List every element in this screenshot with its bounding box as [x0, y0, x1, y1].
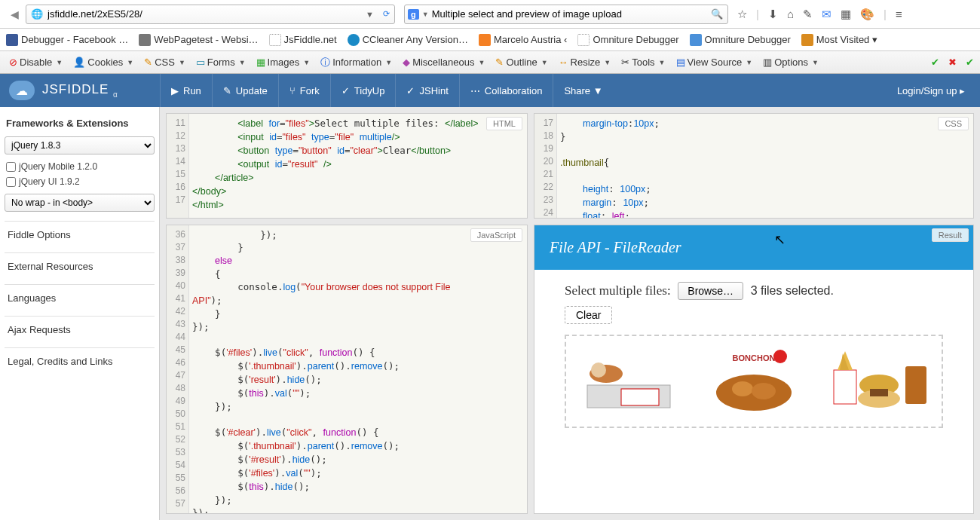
css-code[interactable]: margin-top:10px; } .thumbnail{ height: 1…: [560, 117, 970, 219]
svg-rect-9: [834, 370, 856, 404]
fork-button[interactable]: ⑂Fork: [278, 74, 330, 107]
devtool-resize[interactable]: ↔Resize▼: [556, 55, 614, 69]
star-icon[interactable]: ☆: [737, 8, 747, 21]
check-green-icon[interactable]: ✔: [931, 57, 939, 68]
mail-icon[interactable]: ✉: [822, 8, 831, 21]
palette-icon[interactable]: 🎨: [860, 8, 874, 21]
run-button[interactable]: ▶Run: [160, 74, 212, 107]
thumbnail: [576, 344, 681, 419]
search-bar[interactable]: g ▼ 🔍: [404, 5, 728, 24]
search-input[interactable]: [429, 8, 706, 20]
devtool-forms[interactable]: ▭Forms▼: [193, 55, 249, 69]
bookmarks-bar: Debugger - Facebook … WebPagetest - Webs…: [0, 29, 980, 51]
browse-button[interactable]: Browse…: [678, 282, 743, 300]
js-pane[interactable]: JavaScript 36373839404142434445464748495…: [166, 225, 528, 514]
editor-grid: HTML 11121314151617 <label for="files">S…: [160, 107, 980, 520]
sidebar-heading: Frameworks & Extensions: [5, 115, 155, 136]
reload-icon[interactable]: ⟳: [378, 9, 394, 19]
devtool-options[interactable]: ▥Options▼: [760, 55, 822, 69]
bookmark-item[interactable]: Marcelo Austria ‹: [479, 34, 568, 46]
check-green2-icon[interactable]: ✔: [966, 57, 974, 68]
ext-jqmobile[interactable]: jQuery Mobile 1.2.0: [5, 159, 155, 174]
html-code[interactable]: <label for="files">Select multiple files…: [192, 117, 524, 212]
pane-label-html: HTML: [486, 117, 522, 130]
share-button[interactable]: Share ▼: [553, 74, 613, 107]
sidebar: Frameworks & Extensions jQuery 1.8.3 jQu…: [0, 107, 160, 520]
globe-icon: 🌐: [26, 8, 47, 20]
bookmark-item[interactable]: Debugger - Facebook …: [6, 34, 128, 46]
sidebar-item[interactable]: Legal, Credits and Links: [5, 347, 155, 375]
jshint-button[interactable]: ✓JSHint: [395, 74, 458, 107]
css-pane[interactable]: CSS 171819202122232425 margin-top:10px; …: [534, 113, 974, 219]
devtool-images[interactable]: ▦Images▼: [253, 55, 314, 69]
thumbnail-output: BONCHON: [565, 335, 943, 428]
html-pane[interactable]: HTML 11121314151617 <label for="files">S…: [166, 113, 528, 219]
bookmark-item[interactable]: Most Visited ▾: [801, 34, 877, 46]
files-selected-text: 3 files selected.: [751, 284, 834, 297]
thumbnail: [826, 344, 932, 419]
pane-label-js: JavaScript: [470, 228, 522, 242]
devtool-outline[interactable]: ✎Outline▼: [492, 55, 550, 69]
fork-icon: ⑂: [289, 85, 296, 96]
pane-label-css: CSS: [938, 117, 969, 130]
bookmark-item[interactable]: Omniture Debugger: [577, 34, 678, 46]
url-dropdown-icon[interactable]: ▼: [361, 10, 378, 19]
bookmark-item[interactable]: Omniture Debugger: [690, 34, 791, 46]
google-icon: g: [408, 9, 419, 20]
pipe2-icon: |: [884, 8, 887, 21]
toolbar-icons: ☆ | ⬇ ⌂ ✎ ✉ ▦ 🎨 | ≡: [737, 8, 902, 21]
menu-icon[interactable]: ≡: [896, 8, 902, 21]
clear-button[interactable]: Clear: [565, 306, 612, 324]
download-icon[interactable]: ⬇: [768, 8, 778, 21]
jsfiddle-logo-icon[interactable]: ☁: [9, 81, 35, 100]
sidebar-item[interactable]: External Resources: [5, 252, 155, 280]
ext-jqueryui[interactable]: jQuery UI 1.9.2: [5, 174, 155, 189]
svg-point-7: [732, 381, 753, 396]
update-button[interactable]: ✎Update: [212, 74, 278, 107]
devtool-css[interactable]: ✎CSS▼: [141, 55, 188, 69]
sidebar-item[interactable]: Ajax Requests: [5, 316, 155, 343]
devtool-tools[interactable]: ✂Tools▼: [618, 55, 668, 69]
svg-rect-12: [870, 389, 888, 396]
jsfiddle-logo-text: JSFIDDLE α: [42, 82, 118, 98]
bookmark-item[interactable]: JsFiddle.net: [269, 34, 337, 46]
sidebar-item[interactable]: Fiddle Options: [5, 221, 155, 248]
svg-rect-13: [905, 366, 926, 404]
jsfiddle-header: ☁ JSFIDDLE α ▶Run ✎Update ⑂Fork ✓TidyUp …: [0, 74, 980, 107]
url-bar[interactable]: 🌐 ▼ ⟳: [26, 5, 395, 24]
search-icon[interactable]: 🔍: [706, 8, 727, 20]
grid-icon[interactable]: ▦: [841, 8, 851, 21]
devtool-information[interactable]: ⓘInformation▼: [317, 54, 395, 71]
bookmark-item[interactable]: CCleaner Any Version…: [348, 34, 468, 46]
check-icon: ✓: [341, 85, 350, 96]
pane-label-result: Result: [932, 228, 969, 242]
collaboration-button[interactable]: ⋯Collaboration: [459, 74, 553, 107]
js-code[interactable]: }); } else { console.log("Your browser d…: [192, 228, 524, 514]
edit-icon[interactable]: ✎: [803, 8, 813, 21]
bookmark-item[interactable]: WebPagetest - Websi…: [139, 34, 258, 46]
tidyup-button[interactable]: ✓TidyUp: [330, 74, 396, 107]
play-icon: ▶: [171, 85, 179, 96]
devtool-viewsource[interactable]: ▤View Source▼: [673, 55, 756, 69]
sidebar-item[interactable]: Languages: [5, 284, 155, 311]
developer-toolbar: ⊘Disable▼ 👤Cookies▼ ✎CSS▼ ▭Forms▼ ▦Image…: [0, 51, 980, 74]
result-title: File API - FileReader: [534, 225, 973, 270]
svg-rect-2: [621, 389, 659, 405]
home-icon[interactable]: ⌂: [787, 8, 794, 21]
devtool-disable[interactable]: ⊘Disable▼: [6, 55, 66, 69]
url-input[interactable]: [47, 8, 361, 20]
devtool-misc[interactable]: ◆Miscellaneous▼: [400, 55, 488, 69]
main-area: Frameworks & Extensions jQuery 1.8.3 jQu…: [0, 107, 980, 520]
library-select[interactable]: jQuery 1.8.3: [5, 136, 155, 154]
browser-toolbar: ◀ 🌐 ▼ ⟳ g ▼ 🔍 ☆ | ⬇ ⌂ ✎ ✉ ▦ 🎨 | ≡: [0, 0, 980, 29]
devtool-cookies[interactable]: 👤Cookies▼: [70, 55, 136, 69]
wrap-select[interactable]: No wrap - in <body>: [5, 194, 155, 212]
close-red-icon[interactable]: ✖: [948, 57, 957, 68]
svg-point-3: [591, 362, 606, 378]
result-pane: Result File API - FileReader ↖ Select mu…: [534, 225, 974, 514]
pencil-icon: ✎: [223, 85, 231, 96]
login-link[interactable]: Login/Sign up ▸: [897, 85, 971, 96]
check2-icon: ✓: [406, 85, 415, 96]
back-icon[interactable]: ◀: [6, 6, 23, 23]
collab-icon: ⋯: [470, 85, 480, 96]
